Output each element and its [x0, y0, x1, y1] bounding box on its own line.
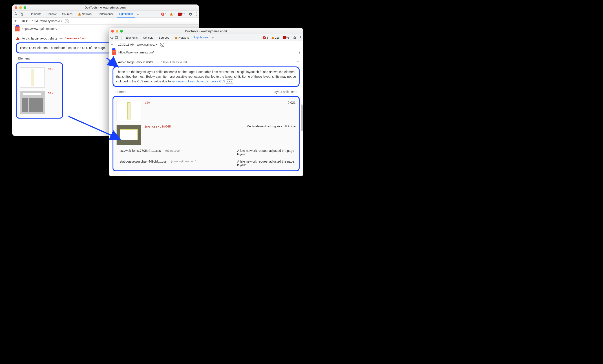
element-selector: img.css-o9w048	[144, 125, 171, 128]
error-badge[interactable]: ×1	[160, 12, 168, 16]
tab-lighthouse[interactable]: Lighthouse	[117, 11, 135, 18]
device-toggle-icon[interactable]	[19, 12, 23, 16]
element-detail: div 0.021 img.css-o9w048 Media element l…	[113, 96, 300, 171]
zoom-icon[interactable]	[120, 30, 123, 33]
tab-elements[interactable]: Elements	[124, 34, 140, 41]
new-report-icon[interactable]: +	[14, 18, 17, 23]
inspect-icon[interactable]	[14, 12, 17, 16]
issue-icon	[283, 36, 286, 39]
page-url: https://www.nytimes.com/	[118, 51, 154, 54]
audit-description: These are the largest layout shifts obse…	[113, 67, 300, 87]
scrollbar-thumb[interactable]	[301, 104, 303, 131]
warning-badge[interactable]: 6	[169, 12, 176, 16]
cause-reason: A late network request adjusted the page…	[237, 149, 296, 156]
element-thumbnail	[20, 67, 45, 88]
warning-icon	[271, 36, 274, 39]
warning-icon	[78, 13, 81, 15]
tab-elements[interactable]: Elements	[27, 11, 43, 18]
separator: —	[156, 60, 159, 64]
element-thumbnail	[20, 91, 45, 114]
audit-count: 6 layout shifts found	[161, 60, 187, 64]
titlebar: DevTools - www.nytimes.com/	[12, 4, 199, 11]
window-title: DevTools - www.nytimes.com/	[12, 6, 199, 9]
warning-icon	[170, 13, 173, 15]
report-menu-icon[interactable]	[298, 50, 301, 55]
element-selector: div	[48, 91, 53, 95]
audit-count: 5 elements found	[65, 37, 87, 40]
cause-file[interactable]: …css/web-fonts.7705b21….css	[116, 149, 161, 156]
fail-icon	[16, 37, 20, 40]
warning-badge[interactable]: 219	[270, 36, 280, 39]
lighthouse-logo-icon	[112, 50, 116, 55]
cause-file[interactable]: …static-assets/global-f449cfd….css	[116, 160, 167, 167]
table-row[interactable]: div	[19, 66, 60, 89]
tab-sources[interactable]: Sources	[157, 34, 171, 41]
tabs-overflow-icon[interactable]: »	[136, 12, 139, 16]
warning-icon	[174, 36, 178, 39]
minimize-icon[interactable]	[19, 6, 22, 9]
table-row[interactable]: div	[19, 89, 60, 115]
learn-cls-link[interactable]: Learn how to improve CLS	[188, 80, 225, 83]
separator: —	[59, 37, 62, 40]
neutral-icon	[113, 61, 116, 64]
gear-icon[interactable]	[187, 12, 194, 16]
cause-reason: A late network request adjusted the page…	[237, 160, 296, 167]
issues-badge[interactable]: 19	[177, 12, 186, 16]
element-thumbnail	[116, 125, 141, 145]
column-score: Layout shift score	[273, 90, 297, 94]
cause-domain: (g1.nyt.com)	[165, 149, 181, 156]
table-row[interactable]: img.css-o9w048 Media element lacking an …	[116, 123, 296, 147]
root-cause: Media element lacking an explicit size	[247, 125, 296, 128]
new-report-icon[interactable]: +	[111, 42, 113, 47]
devtools-tabbar: Elements Console Sources Network Perform…	[12, 11, 199, 18]
clear-icon[interactable]	[65, 19, 69, 23]
error-badge[interactable]: ×3	[262, 36, 269, 39]
audit-title: Avoid large layout shifts	[22, 36, 57, 40]
tab-network[interactable]: Network	[173, 34, 191, 41]
close-icon[interactable]	[111, 30, 114, 33]
window-title: DevTools - www.nytimes.com/	[109, 29, 303, 33]
cause-domain: (www.nytimes.com)	[171, 160, 197, 167]
error-icon: ×	[161, 12, 164, 16]
lighthouse-subbar: + 10:41:57 AM - www.nytimes.c▼	[12, 18, 199, 25]
titlebar: DevTools - www.nytimes.com/	[109, 28, 303, 34]
svg-rect-5	[117, 37, 119, 39]
close-icon[interactable]	[15, 6, 17, 9]
audit-title: Avoid large layout shifts	[118, 60, 153, 64]
lighthouse-subbar: + 10:39:13 AM - www.nytimes.▼	[109, 41, 303, 48]
tab-sources[interactable]: Sources	[60, 11, 75, 18]
tabs-overflow-icon[interactable]: »	[211, 36, 215, 39]
audit-header[interactable]: Avoid large layout shifts — 6 layout shi…	[113, 59, 300, 67]
more-icon[interactable]	[195, 11, 197, 17]
gear-icon[interactable]	[292, 36, 298, 40]
table-header: Element Layout shift score	[113, 87, 300, 96]
devtools-tabbar: Elements Console Sources Network Lightho…	[109, 34, 303, 41]
page-url: https://www.nytimes.com/	[22, 27, 57, 31]
clear-icon[interactable]	[160, 43, 164, 47]
element-thumbnail	[116, 101, 141, 121]
windowing-link[interactable]: windowing	[172, 80, 186, 83]
zoom-icon[interactable]	[23, 6, 26, 9]
report-dropdown[interactable]: 10:39:13 AM - www.nytimes.▼	[118, 43, 158, 46]
svg-rect-2	[21, 13, 23, 16]
devtools-window-right: DevTools - www.nytimes.com/ Elements Con…	[109, 28, 303, 176]
table-row[interactable]: div 0.021	[116, 99, 296, 123]
tab-network[interactable]: Network	[76, 11, 94, 18]
element-selector: div	[48, 67, 53, 71]
tab-performance[interactable]: Performance	[96, 11, 116, 18]
cause-row: …css/web-fonts.7705b21….css (g1.nyt.com)…	[116, 147, 296, 157]
more-icon[interactable]	[299, 35, 302, 40]
cause-row: …static-assets/global-f449cfd….css (www.…	[116, 157, 296, 168]
device-toggle-icon[interactable]	[115, 36, 119, 39]
minimize-icon[interactable]	[116, 30, 118, 33]
inspect-icon[interactable]	[110, 36, 114, 40]
chevron-up-icon[interactable]: ⌃	[297, 60, 300, 64]
issues-badge[interactable]: 75	[282, 36, 290, 39]
issue-icon	[178, 12, 181, 16]
tab-console[interactable]: Console	[45, 11, 59, 18]
tab-console[interactable]: Console	[141, 34, 155, 41]
element-selector: div	[144, 101, 150, 104]
column-element: Element	[18, 57, 30, 60]
report-dropdown[interactable]: 10:41:57 AM - www.nytimes.c▼	[22, 19, 63, 23]
tab-lighthouse[interactable]: Lighthouse	[192, 34, 210, 41]
